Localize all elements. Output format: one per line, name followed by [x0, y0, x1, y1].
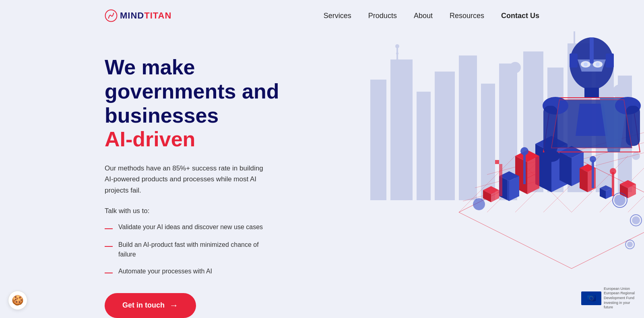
svg-rect-8: [417, 92, 431, 200]
svg-point-23: [510, 62, 521, 73]
svg-rect-97: [495, 160, 499, 164]
svg-rect-96: [499, 164, 502, 196]
svg-rect-7: [390, 59, 413, 200]
svg-rect-98: [507, 180, 510, 200]
hero-subtext: Our methods have an 85%+ success rate in…: [105, 163, 266, 196]
hero-talk-label: Talk with us to:: [105, 207, 314, 215]
list-dash: —: [105, 241, 113, 250]
list-dash: —: [105, 267, 113, 277]
svg-point-95: [627, 242, 633, 247]
svg-rect-51: [523, 152, 526, 184]
svg-rect-55: [612, 172, 614, 196]
svg-rect-10: [459, 55, 477, 200]
cta-button[interactable]: Get in touch →: [105, 293, 196, 318]
svg-point-88: [584, 62, 588, 66]
svg-point-84: [542, 150, 560, 162]
nav-products[interactable]: Products: [368, 12, 397, 20]
hero-section: We make governments and businesses AI-dr…: [0, 31, 644, 318]
list-dash: —: [105, 223, 113, 233]
svg-point-56: [610, 168, 616, 174]
svg-rect-75: [584, 88, 599, 98]
list-item: — Automate your processes with AI: [105, 267, 266, 277]
eu-badge: 🇪🇺 European Union European Regional Deve…: [581, 287, 636, 310]
svg-rect-53: [592, 160, 594, 188]
hero-left: We make governments and businesses AI-dr…: [105, 47, 314, 318]
svg-point-89: [596, 62, 600, 66]
svg-point-19: [396, 59, 398, 61]
svg-rect-72: [590, 37, 594, 64]
svg-point-54: [590, 156, 596, 162]
nav-about[interactable]: About: [414, 12, 433, 20]
svg-point-20: [613, 84, 627, 99]
list-item: — Validate your AI ideas and discover ne…: [105, 222, 266, 233]
eu-flag: 🇪🇺: [581, 291, 601, 305]
svg-marker-41: [527, 156, 539, 194]
hero-list: — Validate your AI ideas and discover ne…: [105, 222, 314, 277]
navbar: MINDTITAN Services Products About Resour…: [0, 0, 644, 31]
cookie-button[interactable]: 🍪: [8, 291, 27, 310]
logo[interactable]: MINDTITAN: [105, 9, 171, 22]
svg-point-22: [632, 152, 640, 160]
svg-point-91: [614, 195, 625, 206]
svg-marker-43: [559, 152, 572, 186]
svg-rect-9: [435, 72, 455, 200]
nav-contact[interactable]: Contact Us: [501, 12, 539, 20]
svg-rect-16: [396, 47, 398, 66]
arrow-icon: →: [169, 300, 178, 311]
logo-text: MINDTITAN: [120, 10, 171, 21]
cookie-icon: 🍪: [12, 295, 24, 306]
svg-point-17: [395, 44, 399, 48]
hero-illustration: [282, 31, 644, 318]
svg-rect-73: [570, 53, 578, 68]
nav-services[interactable]: Services: [324, 12, 351, 20]
svg-rect-74: [606, 53, 614, 68]
logo-icon: [105, 9, 118, 22]
svg-rect-82: [543, 106, 557, 154]
svg-point-18: [396, 52, 398, 55]
nav-links: Services Products About Resources Contac…: [324, 12, 539, 20]
nav-resources[interactable]: Resources: [450, 12, 484, 20]
list-item: — Build an AI-product fast with minimize…: [105, 240, 266, 259]
svg-rect-11: [481, 84, 495, 200]
hero-svg: [290, 31, 644, 318]
svg-point-66: [473, 198, 485, 210]
svg-rect-6: [370, 80, 386, 200]
svg-marker-46: [580, 168, 588, 192]
hero-headline: We make governments and businesses AI-dr…: [105, 55, 314, 152]
svg-point-52: [520, 147, 528, 155]
eu-text: European Union European Regional Develop…: [604, 287, 636, 310]
svg-point-93: [632, 216, 640, 224]
